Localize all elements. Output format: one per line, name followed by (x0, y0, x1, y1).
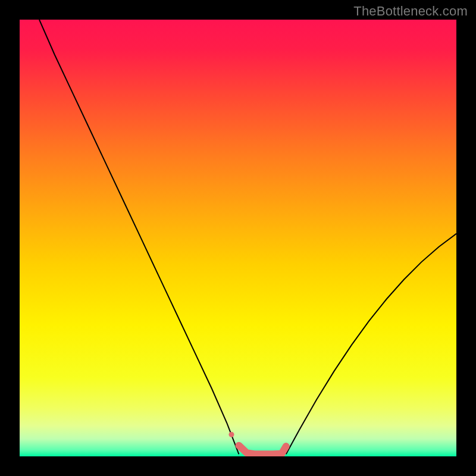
series-bottom-segment (239, 446, 286, 455)
plot-area (20, 20, 456, 456)
series-right-curve (286, 234, 456, 455)
watermark-label: TheBottleneck.com (353, 4, 468, 19)
series-bottom-dot (228, 432, 234, 437)
series-left-curve (39, 20, 239, 454)
curves-layer (20, 20, 456, 456)
outer-frame: TheBottleneck.com (0, 0, 476, 476)
